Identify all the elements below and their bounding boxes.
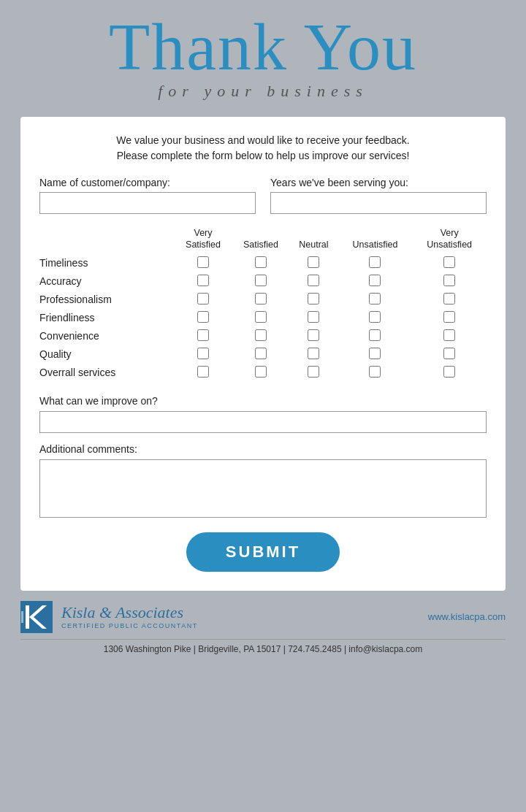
- rating-checkbox[interactable]: [197, 311, 209, 323]
- rating-checkbox[interactable]: [197, 256, 209, 268]
- rating-cell: [338, 272, 413, 291]
- row-label: Friendliness: [39, 309, 175, 327]
- rating-checkbox[interactable]: [308, 256, 319, 268]
- col-header-empty: [39, 227, 175, 254]
- rating-cell: [412, 272, 487, 291]
- table-row: Friendliness: [39, 309, 487, 327]
- rating-cell: [232, 254, 289, 272]
- rating-cell: [338, 345, 413, 364]
- rating-cell: [338, 254, 413, 272]
- company-name: Kisla & Associates: [61, 604, 198, 621]
- rating-checkbox[interactable]: [369, 311, 381, 323]
- fields-row: Name of customer/company: Years we've be…: [39, 177, 487, 214]
- rating-checkbox[interactable]: [443, 311, 455, 323]
- rating-checkbox[interactable]: [308, 348, 319, 359]
- rating-checkbox[interactable]: [443, 275, 455, 286]
- rating-cell: [232, 291, 289, 309]
- rating-cell: [412, 254, 487, 272]
- rating-checkbox[interactable]: [443, 293, 455, 304]
- row-label: Professionalism: [39, 291, 175, 309]
- rating-checkbox[interactable]: [443, 256, 455, 268]
- improve-input[interactable]: [39, 411, 487, 433]
- rating-checkbox[interactable]: [443, 366, 455, 378]
- rating-checkbox[interactable]: [197, 348, 209, 359]
- rating-checkbox[interactable]: [197, 293, 209, 304]
- rating-checkbox[interactable]: [255, 293, 267, 304]
- comments-textarea[interactable]: [39, 459, 487, 518]
- rating-cell: [412, 291, 487, 309]
- rating-checkbox[interactable]: [369, 256, 381, 268]
- rating-checkbox[interactable]: [308, 366, 319, 378]
- rating-cell: [175, 291, 232, 309]
- rating-checkbox[interactable]: [255, 329, 267, 341]
- rating-checkbox[interactable]: [255, 366, 267, 378]
- rating-checkbox[interactable]: [197, 329, 209, 341]
- rating-cell: [175, 345, 232, 364]
- company-subtitle: CERTIFIED PUBLIC ACCOUNTANT: [61, 622, 198, 629]
- rating-checkbox[interactable]: [255, 311, 267, 323]
- table-row: Professionalism: [39, 291, 487, 309]
- rating-cell: [232, 364, 289, 382]
- table-row: Timeliness: [39, 254, 487, 272]
- rating-cell: [232, 345, 289, 364]
- form-card: We value your business and would like to…: [20, 117, 506, 591]
- customer-label: Name of customer/company:: [39, 177, 256, 188]
- rating-checkbox[interactable]: [308, 275, 319, 286]
- col-header-neutral: Neutral: [289, 227, 338, 254]
- row-label: Overrall services: [39, 364, 175, 382]
- rating-checkbox[interactable]: [308, 329, 319, 341]
- intro-line1: We value your business and would like to…: [116, 134, 409, 146]
- rating-checkbox[interactable]: [443, 329, 455, 341]
- logo-text-block: Kisla & Associates CERTIFIED PUBLIC ACCO…: [61, 604, 198, 629]
- rating-cell: [175, 364, 232, 382]
- rating-cell: [175, 254, 232, 272]
- footer-section: Kisla & Associates CERTIFIED PUBLIC ACCO…: [0, 591, 526, 660]
- rating-cell: [289, 345, 338, 364]
- rating-cell: [338, 327, 413, 345]
- rating-cell: [232, 272, 289, 291]
- years-label: Years we've been serving you:: [270, 177, 487, 188]
- submit-button[interactable]: SUBMIT: [186, 532, 340, 572]
- header-section: Thank You for your business: [0, 0, 526, 117]
- footer-address-row: 1306 Washington Pike | Bridgeville, PA 1…: [20, 639, 506, 654]
- rating-cell: [412, 309, 487, 327]
- rating-checkbox[interactable]: [308, 311, 319, 323]
- years-input[interactable]: [270, 192, 487, 214]
- rating-cell: [289, 291, 338, 309]
- years-field-group: Years we've been serving you:: [270, 177, 487, 214]
- thank-you-title: Thank You: [29, 13, 497, 80]
- rating-checkbox[interactable]: [369, 366, 381, 378]
- rating-cell: [232, 327, 289, 345]
- rating-checkbox[interactable]: [255, 348, 267, 359]
- rating-checkbox[interactable]: [308, 293, 319, 304]
- col-header-very-unsatisfied: VeryUnsatisfied: [412, 227, 487, 254]
- rating-cell: [338, 364, 413, 382]
- rating-checkbox[interactable]: [255, 256, 267, 268]
- rating-checkbox[interactable]: [369, 348, 381, 359]
- col-header-very-satisfied: VerySatisfied: [175, 227, 232, 254]
- col-header-unsatisfied: Unsatisfied: [338, 227, 413, 254]
- improve-label: What can we improve on?: [39, 395, 487, 407]
- rating-checkbox[interactable]: [369, 293, 381, 304]
- row-label: Convenience: [39, 327, 175, 345]
- rating-checkbox[interactable]: [197, 275, 209, 286]
- rating-checkbox[interactable]: [197, 366, 209, 378]
- table-row: Accuracy: [39, 272, 487, 291]
- submit-section: SUBMIT: [39, 532, 487, 572]
- rating-cell: [338, 291, 413, 309]
- rating-checkbox[interactable]: [255, 275, 267, 286]
- rating-cell: [338, 309, 413, 327]
- rating-cell: [175, 309, 232, 327]
- rating-cell: [289, 254, 338, 272]
- rating-table: VerySatisfied Satisfied Neutral Unsatisf…: [39, 227, 487, 382]
- rating-cell: [232, 309, 289, 327]
- logo-left: Kisla & Associates CERTIFIED PUBLIC ACCO…: [20, 601, 198, 633]
- rating-checkbox[interactable]: [443, 348, 455, 359]
- row-label: Quality: [39, 345, 175, 364]
- company-logo-icon: [20, 601, 53, 633]
- rating-checkbox[interactable]: [369, 275, 381, 286]
- rating-cell: [175, 272, 232, 291]
- customer-input[interactable]: [39, 192, 256, 214]
- rating-checkbox[interactable]: [369, 329, 381, 341]
- table-row: Overrall services: [39, 364, 487, 382]
